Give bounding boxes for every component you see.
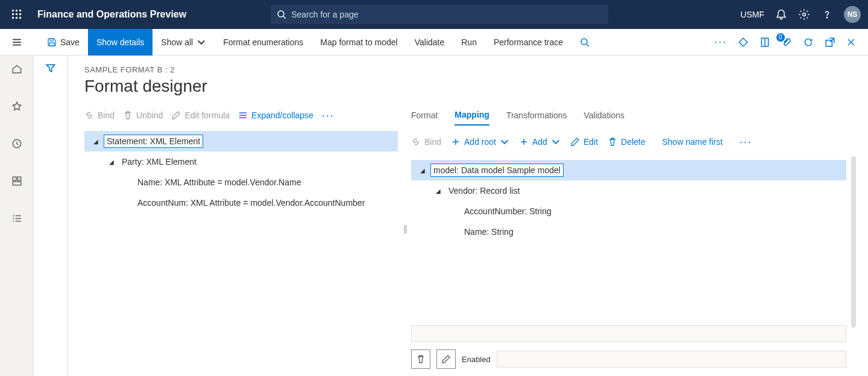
refresh-icon[interactable]	[803, 37, 814, 48]
recent-icon[interactable]	[5, 132, 29, 156]
enabled-label: Enabled	[462, 355, 491, 364]
tree-node-label: AccountNumber: String	[462, 205, 554, 217]
legal-entity[interactable]: USMF	[740, 10, 764, 19]
diamond-icon[interactable]	[738, 37, 749, 48]
office-icon[interactable]	[760, 37, 770, 48]
close-icon[interactable]	[846, 37, 856, 47]
star-icon[interactable]	[5, 94, 29, 118]
svg-rect-2	[19, 10, 21, 11]
pencil-icon	[570, 137, 580, 147]
edit-formula-button[interactable]: Edit formula	[171, 110, 230, 120]
tree-row[interactable]: AccountNum: XML Attribute = model.Vendor…	[84, 193, 398, 213]
trash-icon	[123, 110, 133, 120]
more-button-right[interactable]: ···	[740, 136, 752, 148]
tree-row[interactable]: ◢Statement: XML Element	[84, 131, 398, 151]
expression-field[interactable]	[411, 325, 846, 342]
performance-trace-button[interactable]: Performance trace	[485, 29, 571, 56]
save-button[interactable]: Save	[39, 29, 88, 56]
expand-chevron-icon[interactable]: ◢	[107, 159, 116, 165]
bind-button[interactable]: Bind	[84, 110, 115, 120]
search-box[interactable]	[271, 5, 608, 24]
validate-button[interactable]: Validate	[406, 29, 453, 56]
delete-button[interactable]: Delete	[608, 137, 645, 147]
edit-button[interactable]: Edit	[570, 137, 598, 147]
bind-button-right[interactable]: Bind	[411, 137, 441, 147]
tree-row[interactable]: Name: String	[411, 221, 846, 242]
tree-row[interactable]: ◢Vendor: Record list	[411, 180, 846, 201]
format-tree[interactable]: ◢Statement: XML Element◢Party: XML Eleme…	[84, 131, 398, 213]
show-details-button[interactable]: Show details	[88, 29, 153, 56]
gear-icon[interactable]	[798, 8, 810, 21]
tree-node-label: Party: XML Element	[119, 156, 199, 168]
bell-icon[interactable]	[775, 8, 787, 21]
format-enumerations-button[interactable]: Format enumerations	[215, 29, 312, 56]
filter-icon[interactable]	[45, 63, 56, 376]
help-icon[interactable]	[821, 8, 833, 21]
chevron-down-icon	[551, 137, 561, 147]
show-name-first-label: Show name first	[662, 137, 722, 147]
expand-collapse-button[interactable]: Expand/collapse	[238, 110, 313, 120]
find-button[interactable]	[571, 29, 598, 56]
tab-format[interactable]: Format	[411, 106, 438, 125]
delete-prop-button[interactable]	[411, 349, 430, 369]
svg-point-11	[803, 13, 806, 16]
tab-transformations[interactable]: Transformations	[506, 106, 567, 125]
workspace-icon[interactable]	[5, 169, 29, 193]
show-all-label: Show all	[161, 37, 193, 47]
expand-chevron-icon[interactable]: ◢	[434, 188, 442, 194]
expand-chevron-icon[interactable]: ◢	[92, 138, 100, 145]
svg-rect-8	[19, 17, 21, 19]
tree-row[interactable]: Name: XML Attribute = model.Vendor.Name	[84, 172, 398, 193]
filter-rail	[34, 56, 68, 376]
tab-validations[interactable]: Validations	[584, 106, 624, 125]
page-title: Format designer	[84, 77, 868, 96]
tree-row[interactable]: AccountNumber: String	[411, 201, 846, 221]
search-input[interactable]	[291, 10, 602, 19]
bind-right-label: Bind	[424, 137, 441, 147]
tabs: Format Mapping Transformations Validatio…	[411, 103, 846, 127]
show-name-first-button[interactable]: Show name first	[662, 137, 722, 147]
svg-point-18	[581, 39, 587, 45]
avatar[interactable]: NS	[844, 6, 861, 23]
delete-label: Delete	[621, 137, 645, 147]
svg-rect-28	[13, 182, 21, 185]
map-format-button[interactable]: Map format to model	[312, 29, 406, 56]
link-icon	[84, 110, 94, 120]
modules-icon[interactable]	[5, 206, 29, 231]
topbar-right: USMF NS	[740, 6, 861, 23]
more-icon[interactable]: ···	[714, 36, 727, 48]
scrollbar[interactable]	[851, 156, 856, 328]
svg-rect-26	[13, 177, 16, 180]
expand-chevron-icon[interactable]: ◢	[418, 167, 427, 174]
hamburger-button[interactable]	[0, 29, 34, 56]
edit-formula-label: Edit formula	[184, 110, 230, 120]
add-button[interactable]: Add	[519, 137, 561, 147]
show-all-button[interactable]: Show all	[153, 29, 215, 56]
svg-rect-3	[12, 13, 14, 15]
edit-prop-button[interactable]	[436, 349, 456, 369]
popout-icon[interactable]	[825, 37, 835, 48]
save-label: Save	[60, 37, 80, 47]
breadcrumb: SAMPLE FORMAT B : 2	[84, 65, 868, 74]
chevron-down-icon	[500, 137, 509, 147]
map-format-label: Map format to model	[320, 37, 397, 47]
svg-rect-16	[50, 39, 53, 41]
more-button[interactable]: ···	[322, 109, 335, 122]
waffle-icon[interactable]	[7, 5, 27, 24]
properties-area: Enabled	[411, 325, 846, 376]
tree-row[interactable]: ◢Party: XML Element	[84, 151, 398, 172]
mapping-tree[interactable]: ◢model: Data model Sample model◢Vendor: …	[411, 160, 846, 242]
attachments-icon[interactable]: 0	[781, 37, 792, 48]
home-icon[interactable]	[5, 57, 29, 81]
tab-mapping[interactable]: Mapping	[454, 105, 489, 126]
unbind-button[interactable]: Unbind	[123, 110, 163, 120]
show-details-label: Show details	[96, 37, 144, 47]
run-button[interactable]: Run	[453, 29, 485, 56]
validate-label: Validate	[415, 37, 445, 47]
splitter-handle[interactable]: ‖	[398, 103, 411, 376]
add-root-button[interactable]: Add root	[451, 137, 509, 147]
enabled-field[interactable]	[497, 351, 846, 368]
tree-row[interactable]: ◢model: Data model Sample model	[411, 160, 846, 180]
attachments-badge: 0	[776, 33, 785, 42]
svg-rect-17	[49, 43, 54, 46]
